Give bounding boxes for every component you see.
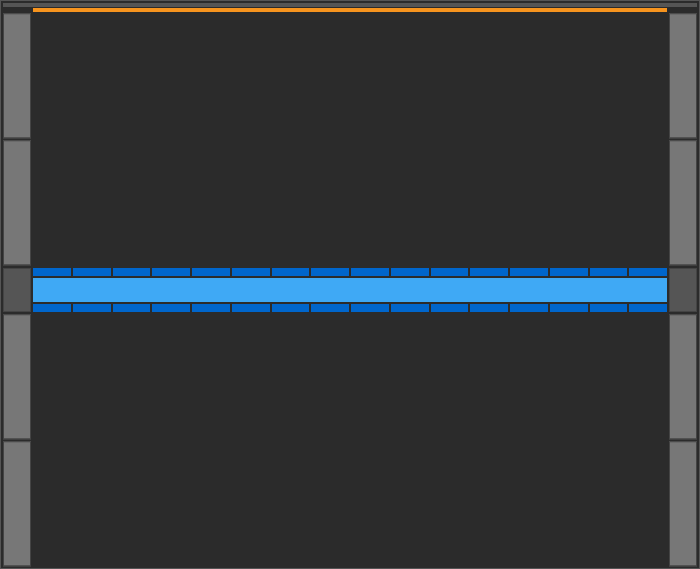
memory-controller bbox=[3, 140, 31, 265]
rop-row-bottom bbox=[33, 304, 667, 312]
mc-col-right bbox=[669, 13, 697, 266]
core-area bbox=[3, 13, 697, 566]
memory-controller bbox=[669, 13, 697, 138]
memory-controller bbox=[669, 441, 697, 566]
l2-row bbox=[3, 268, 697, 312]
memory-controller bbox=[669, 140, 697, 265]
gpu-diagram bbox=[0, 0, 700, 569]
rop-row-top bbox=[33, 268, 667, 276]
l2-cache bbox=[33, 278, 667, 302]
memory-controller bbox=[3, 314, 31, 439]
memory-controller bbox=[669, 314, 697, 439]
pci-interface bbox=[3, 3, 697, 7]
memory-controller bbox=[3, 441, 31, 566]
top-row bbox=[3, 13, 697, 266]
mc-col-left bbox=[3, 13, 31, 266]
memory-controller bbox=[3, 13, 31, 138]
gigathread-engine bbox=[33, 8, 667, 12]
bottom-row bbox=[3, 314, 697, 567]
